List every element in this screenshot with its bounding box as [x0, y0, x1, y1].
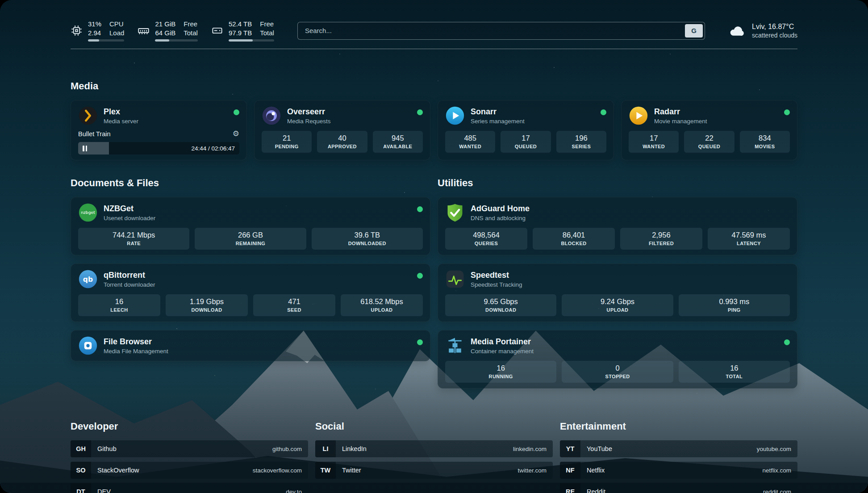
stat-value: 47.569 ms — [709, 231, 788, 239]
app-name: Speedtest — [471, 271, 522, 280]
section-title-developer: Developer — [71, 421, 308, 432]
search-engine-button[interactable]: G — [685, 24, 703, 38]
speedtest-icon — [445, 269, 465, 289]
bookmark-name: Github — [97, 445, 117, 452]
ram-total: 64 GiB — [155, 29, 175, 38]
playback-time: 24:44 / 02:06:47 — [191, 145, 235, 152]
stat-value: 16 — [680, 364, 788, 372]
app-card-sonarr[interactable]: Sonarr Series management 485 WANTED 17 Q… — [438, 100, 614, 160]
bookmark-abbr: TW — [315, 462, 336, 479]
cpu-percent: 31% — [88, 20, 101, 29]
section-title-documents: Documents & Files — [71, 177, 430, 189]
bookmark-url: netflix.com — [762, 467, 791, 474]
search-bar: G — [297, 22, 705, 40]
system-stats-group: 31% 2.94 CPU Load — [71, 20, 274, 42]
stat-label: PING — [680, 307, 788, 313]
bookmark-netflix[interactable]: NF Netflix netflix.com — [560, 462, 797, 479]
stat-box: 16 TOTAL — [679, 361, 790, 383]
app-card-speedtest[interactable]: Speedtest Speedtest Tracking 9.65 Gbps D… — [438, 263, 797, 322]
app-card-nzbget[interactable]: nzbget NZBGet Usenet downloader 744.21 M… — [71, 197, 430, 255]
status-dot-online — [417, 109, 423, 115]
app-subtitle: Usenet downloader — [104, 215, 155, 221]
app-card-filebrowser[interactable]: File Browser Media File Management — [71, 330, 430, 361]
plex-seekbar[interactable]: 24:44 / 02:06:47 — [78, 142, 239, 155]
stat-box: 39.6 TB DOWNLOADED — [312, 228, 423, 250]
ram-free: 21 GiB — [155, 20, 175, 29]
snow-specks — [0, 0, 1, 1]
app-card-adguard[interactable]: AdGuard Home DNS and adblocking 498,564 … — [438, 197, 797, 255]
stat-box: 945 AVAILABLE — [373, 131, 423, 153]
stat-value: 86,401 — [534, 231, 613, 239]
bookmark-abbr: SO — [71, 462, 91, 479]
stat-box: 1.19 Gbps DOWNLOAD — [166, 294, 248, 316]
stat-value: 22 — [686, 134, 732, 142]
app-name: Overseerr — [287, 107, 331, 117]
stat-value: 21 — [263, 134, 310, 142]
app-card-portainer[interactable]: Media Portainer Container management 16 … — [438, 330, 797, 389]
app-subtitle: Speedtest Tracking — [471, 281, 522, 288]
stat-label: MOVIES — [742, 144, 788, 149]
stat-value: 0.993 ms — [680, 297, 788, 306]
app-name: Plex — [104, 107, 138, 117]
gear-icon[interactable]: ⚙ — [233, 129, 239, 138]
stat-box: 618.52 Mbps UPLOAD — [341, 294, 423, 316]
memory-icon — [138, 25, 150, 37]
status-dot-online — [784, 339, 790, 345]
stat-label: WANTED — [630, 144, 677, 149]
stat-box: 16 LEECH — [78, 294, 160, 316]
stat-box: 21 PENDING — [262, 131, 312, 153]
app-card-qbittorrent[interactable]: qb qBittorrent Torrent downloader 16 LEE… — [71, 263, 430, 322]
adguard-icon — [445, 203, 465, 222]
utilities-column: Utilities AdGuard Home — [438, 177, 797, 389]
section-title-social: Social — [315, 421, 553, 432]
media-grid: Plex Media server Bullet Train ⚙ 24:44 /… — [71, 100, 797, 160]
stat-box: 9.24 Gbps UPLOAD — [562, 294, 673, 316]
app-name: Radarr — [654, 107, 707, 117]
disk-label-2: Total — [260, 29, 274, 38]
stat-box: 22 QUEUED — [684, 131, 734, 153]
bookmark-linkedin[interactable]: LI LinkedIn linkedin.com — [315, 440, 553, 457]
ram-usage-bar — [155, 39, 198, 42]
bookmark-name: YouTube — [587, 445, 612, 452]
stat-label: APPROVED — [319, 144, 365, 149]
stat-box: 17 QUEUED — [501, 131, 551, 153]
stat-value: 16 — [80, 297, 159, 306]
status-dot-online — [601, 109, 606, 115]
stat-label: LATENCY — [709, 241, 788, 246]
pause-icon[interactable] — [83, 146, 87, 151]
app-card-radarr[interactable]: Radarr Movie management 17 WANTED 22 QUE… — [621, 100, 797, 160]
nzbget-icon: nzbget — [78, 203, 98, 222]
stat-label: STOPPED — [563, 374, 671, 379]
stat-value: 196 — [558, 134, 605, 142]
ram-usage-fill — [155, 39, 169, 42]
bookmark-stackoverflow[interactable]: SO StackOverflow stackoverflow.com — [71, 462, 308, 479]
app-card-overseerr[interactable]: Overseerr Media Requests 21 PENDING 40 A… — [254, 100, 430, 160]
stat-value: 485 — [447, 134, 493, 142]
bookmark-youtube[interactable]: YT YouTube youtube.com — [560, 440, 797, 457]
stat-value: 39.6 TB — [313, 231, 421, 239]
stat-label: PENDING — [263, 144, 310, 149]
stat-label: QUEUED — [502, 144, 549, 149]
bookmark-twitter[interactable]: TW Twitter twitter.com — [315, 462, 553, 479]
bookmark-reddit[interactable]: RE Reddit reddit.com — [560, 483, 797, 493]
stat-box: 485 WANTED — [445, 131, 495, 153]
bookmark-name: LinkedIn — [342, 445, 367, 452]
cpu-load: 2.94 — [88, 29, 101, 38]
cpu-label-2: Load — [109, 29, 124, 38]
social-column: Social LI LinkedIn linkedin.com TW Twitt… — [315, 421, 553, 493]
bookmark-url: reddit.com — [763, 489, 791, 493]
stat-value: 40 — [319, 134, 365, 142]
search-input[interactable] — [298, 22, 683, 39]
bookmark-github[interactable]: GH Github github.com — [71, 440, 308, 457]
weather-widget[interactable]: Lviv, 16.87°C scattered clouds — [728, 23, 797, 39]
app-subtitle: Media Requests — [287, 118, 331, 125]
bookmark-dev[interactable]: DT DEV dev.to — [71, 483, 308, 493]
stat-box: 0 STOPPED — [562, 361, 673, 383]
app-subtitle: Movie management — [654, 118, 707, 125]
cpu-label-1: CPU — [109, 20, 124, 29]
developer-column: Developer GH Github github.com SO StackO… — [71, 421, 308, 493]
app-card-plex[interactable]: Plex Media server Bullet Train ⚙ 24:44 /… — [71, 100, 247, 160]
status-dot-online — [417, 339, 423, 345]
stat-label: DOWNLOAD — [447, 307, 555, 313]
stat-value: 498,564 — [447, 231, 526, 239]
